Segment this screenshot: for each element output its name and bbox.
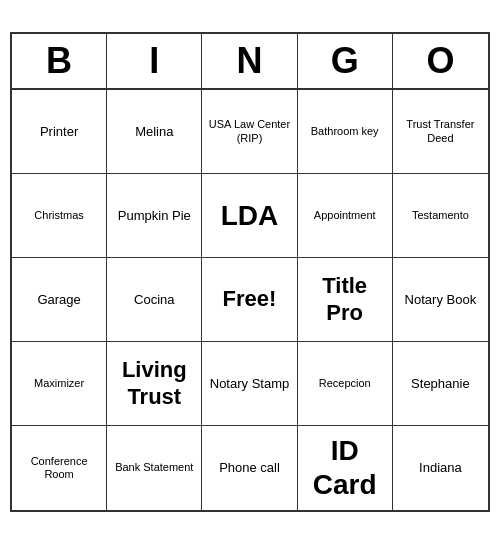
bingo-cell-18: Recepcion (298, 342, 393, 426)
bingo-cell-14: Notary Book (393, 258, 488, 342)
bingo-cell-13: Title Pro (298, 258, 393, 342)
bingo-cell-7: LDA (202, 174, 297, 258)
bingo-cell-4: Trust Transfer Deed (393, 90, 488, 174)
bingo-cell-0: Printer (12, 90, 107, 174)
bingo-card: BINGO PrinterMelinaUSA Law Center (RIP)B… (10, 32, 490, 512)
bingo-cell-17: Notary Stamp (202, 342, 297, 426)
bingo-cell-5: Christmas (12, 174, 107, 258)
header-letter-g: G (298, 34, 393, 88)
header-letter-b: B (12, 34, 107, 88)
header-letter-o: O (393, 34, 488, 88)
bingo-cell-16: Living Trust (107, 342, 202, 426)
bingo-cell-11: Cocina (107, 258, 202, 342)
bingo-cell-15: Maximizer (12, 342, 107, 426)
header-letter-n: N (202, 34, 297, 88)
bingo-cell-23: ID Card (298, 426, 393, 510)
bingo-cell-21: Bank Statement (107, 426, 202, 510)
bingo-cell-2: USA Law Center (RIP) (202, 90, 297, 174)
bingo-cell-19: Stephanie (393, 342, 488, 426)
bingo-cell-24: Indiana (393, 426, 488, 510)
bingo-cell-6: Pumpkin Pie (107, 174, 202, 258)
bingo-cell-8: Appointment (298, 174, 393, 258)
bingo-cell-12: Free! (202, 258, 297, 342)
bingo-cell-9: Testamento (393, 174, 488, 258)
bingo-cell-10: Garage (12, 258, 107, 342)
header-letter-i: I (107, 34, 202, 88)
bingo-grid: PrinterMelinaUSA Law Center (RIP)Bathroo… (12, 90, 488, 510)
bingo-cell-22: Phone call (202, 426, 297, 510)
bingo-cell-3: Bathroom key (298, 90, 393, 174)
bingo-cell-20: Conference Room (12, 426, 107, 510)
bingo-cell-1: Melina (107, 90, 202, 174)
bingo-header: BINGO (12, 34, 488, 90)
